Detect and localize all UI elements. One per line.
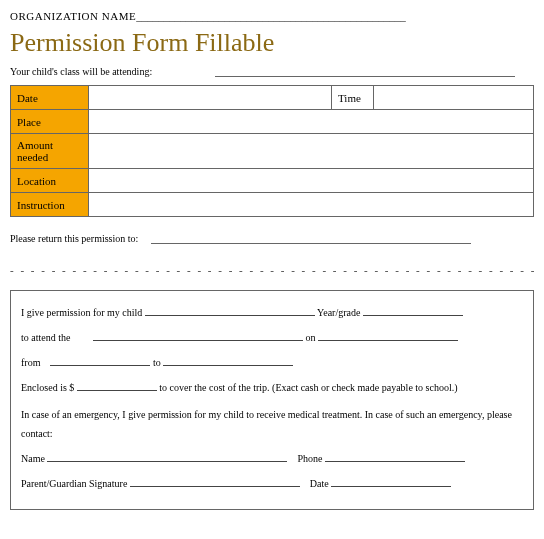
slip-text: to: [153, 357, 161, 368]
attending-row: Your child's class will be attending:: [10, 66, 534, 77]
return-row: Please return this permission to:: [10, 233, 534, 244]
date-field[interactable]: [89, 86, 332, 110]
details-table: Date Time Place Amount needed Location I…: [10, 85, 534, 217]
instruction-label: Instruction: [11, 193, 89, 217]
cut-divider: - - - - - - - - - - - - - - - - - - - - …: [10, 264, 534, 276]
signature-label: Parent/Guardian Signature: [21, 478, 127, 489]
contact-name-label: Name: [21, 453, 45, 464]
signature-date-input[interactable]: [331, 477, 451, 487]
location-field[interactable]: [89, 169, 534, 193]
attending-label: Your child's class will be attending:: [10, 66, 152, 77]
slip-text: Enclosed is $: [21, 382, 74, 393]
place-field[interactable]: [89, 110, 534, 134]
contact-name-input[interactable]: [47, 452, 287, 462]
child-name-input[interactable]: [145, 306, 315, 316]
organization-blank[interactable]: ________________________________________…: [136, 10, 406, 22]
amount-label: Amount needed: [11, 134, 89, 169]
attend-event-input[interactable]: [93, 331, 303, 341]
slip-text: Year/grade: [317, 307, 360, 318]
attend-date-input[interactable]: [318, 331, 458, 341]
slip-text: to attend the: [21, 332, 70, 343]
date-label: Date: [11, 86, 89, 110]
enclosed-amount-input[interactable]: [77, 381, 157, 391]
year-grade-input[interactable]: [363, 306, 463, 316]
slip-text: to cover the cost of the trip. (Exact ca…: [159, 382, 457, 393]
contact-phone-input[interactable]: [325, 452, 465, 462]
organization-name-row: ORGANIZATION NAME_______________________…: [10, 10, 534, 22]
time-label: Time: [332, 86, 374, 110]
slip-text: I give permission for my child: [21, 307, 142, 318]
permission-slip: I give permission for my child Year/grad…: [10, 290, 534, 510]
instruction-field[interactable]: [89, 193, 534, 217]
contact-phone-label: Phone: [297, 453, 322, 464]
signature-input[interactable]: [130, 477, 300, 487]
page-title: Permission Form Fillable: [10, 28, 534, 58]
slip-text: on: [305, 332, 315, 343]
from-time-input[interactable]: [50, 356, 150, 366]
return-input[interactable]: [151, 243, 471, 244]
emergency-text: In case of an emergency, I give permissi…: [21, 405, 523, 443]
time-field[interactable]: [374, 86, 534, 110]
return-label: Please return this permission to:: [10, 233, 138, 244]
slip-text: from: [21, 357, 40, 368]
to-time-input[interactable]: [163, 356, 293, 366]
attending-input[interactable]: [215, 76, 515, 77]
location-label: Location: [11, 169, 89, 193]
signature-date-label: Date: [310, 478, 329, 489]
place-label: Place: [11, 110, 89, 134]
organization-label: ORGANIZATION NAME: [10, 10, 136, 22]
amount-field[interactable]: [89, 134, 534, 169]
